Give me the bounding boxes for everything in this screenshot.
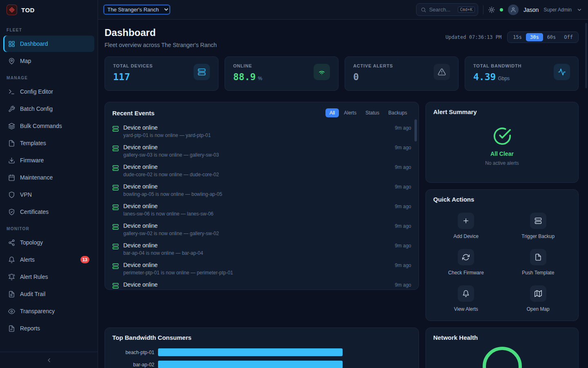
- chevron-down-icon[interactable]: [577, 7, 582, 13]
- event-row[interactable]: Device onlinegallery-sw-03 is now online…: [112, 141, 411, 161]
- event-row[interactable]: Device onlinebar-ap-04 is now online — b…: [112, 239, 411, 259]
- event-row[interactable]: Device onlinedude-core-02 is now online …: [112, 161, 411, 180]
- sidebar-item-dashboard[interactable]: Dashboard: [3, 36, 94, 52]
- event-row[interactable]: Device onlinelanes-sw-06 is now online —…: [112, 200, 411, 220]
- sun-icon[interactable]: [488, 7, 495, 13]
- sidebar-item-vpn[interactable]: VPN: [3, 186, 94, 203]
- stat-unit: Gbps: [498, 76, 510, 81]
- stat-label: ONLINE: [233, 63, 262, 68]
- sidebar-item-templates[interactable]: Templates: [3, 135, 94, 151]
- stat-label: ACTIVE ALERTS: [353, 63, 393, 68]
- site-selector[interactable]: The Stranger's Ranch: [104, 5, 170, 14]
- search-input[interactable]: Search... Cmd+K: [416, 3, 478, 16]
- event-time: 9m ago: [395, 242, 411, 249]
- bandwidth-row: bar-ap-02: [112, 361, 411, 368]
- user-name[interactable]: Jason: [523, 7, 539, 13]
- quick-action-label: View Alerts: [454, 306, 478, 312]
- push-template-button[interactable]: Push Template: [522, 249, 554, 276]
- add-device-button[interactable]: Add Device: [454, 213, 479, 239]
- sidebar-item-transparency[interactable]: Transparency: [3, 303, 94, 319]
- page-header: Dashboard Fleet overview across The Stra…: [105, 27, 579, 48]
- stat-label: TOTAL DEVICES: [113, 63, 153, 68]
- event-row[interactable]: Device online 9m ago: [112, 278, 411, 290]
- event-row[interactable]: Device onlinegallery-sw-02 is now online…: [112, 220, 411, 239]
- last-updated: Updated 07:36:13 PM: [445, 34, 501, 40]
- event-detail: gallery-sw-02 is now online — gallery-sw…: [123, 231, 219, 236]
- shield-icon: [8, 191, 15, 198]
- eye-icon: [8, 308, 15, 315]
- check-firmware-button[interactable]: Check Firmware: [448, 249, 484, 276]
- sidebar-collapse-button[interactable]: [0, 352, 98, 368]
- chevron-left-icon: [46, 357, 52, 364]
- sidebar-item-config-editor[interactable]: Config Editor: [3, 83, 94, 100]
- bell-icon: [458, 285, 474, 302]
- sidebar-item-audit-trail[interactable]: Audit Trail: [3, 286, 94, 302]
- sidebar-item-label: Alerts: [20, 256, 35, 263]
- sidebar-item-batch-config[interactable]: Batch Config: [3, 101, 94, 117]
- sidebar-item-label: Maintenance: [20, 174, 53, 181]
- event-detail: dude-core-02 is now online — dude-core-0…: [123, 172, 219, 177]
- sidebar-item-alert-rules[interactable]: Alert Rules: [3, 269, 94, 285]
- stat-card-active-alerts: ACTIVE ALERTS 0: [345, 56, 459, 91]
- alert-triangle-icon: [434, 64, 450, 80]
- event-title: Device online: [123, 203, 214, 210]
- tab-status[interactable]: Status: [361, 108, 383, 117]
- event-time: 9m ago: [395, 144, 411, 150]
- view-alerts-button[interactable]: View Alerts: [454, 285, 478, 312]
- refresh-option-60s[interactable]: 60s: [543, 33, 560, 41]
- refresh-option-30s[interactable]: 30s: [526, 33, 543, 41]
- search-icon: [421, 7, 426, 13]
- sidebar-item-bulk-commands[interactable]: Bulk Commands: [3, 118, 94, 134]
- open-map-button[interactable]: Open Map: [527, 285, 550, 312]
- tab-alerts[interactable]: Alerts: [340, 108, 361, 117]
- events-scrollbar[interactable]: [414, 119, 417, 141]
- event-title: Device online: [123, 183, 222, 190]
- trigger-backup-button[interactable]: Trigger Backup: [521, 213, 555, 239]
- event-row[interactable]: Device onlinebowling-ap-05 is now online…: [112, 180, 411, 200]
- alert-summary-card: Alert Summary All Clear No active alerts: [425, 102, 579, 183]
- page-scrollbar[interactable]: [585, 23, 587, 88]
- tab-backups[interactable]: Backups: [384, 108, 411, 117]
- stat-unit: %: [258, 76, 262, 81]
- network-health-gauge: [483, 347, 522, 368]
- topbar-divider: [483, 5, 483, 14]
- sidebar-item-certificates[interactable]: Certificates: [3, 204, 94, 220]
- top-bandwidth-card: Top Bandwidth Consumers beach-ptp-01 bar…: [105, 328, 419, 368]
- event-time: 9m ago: [395, 281, 411, 288]
- bandwidth-device-label: beach-ptp-01: [112, 350, 158, 355]
- event-time: 9m ago: [395, 203, 411, 209]
- bandwidth-bar: [158, 348, 343, 356]
- map-pin-icon: [8, 58, 15, 65]
- sidebar-item-map[interactable]: Map: [3, 53, 94, 69]
- sidebar-item-topology[interactable]: Topology: [3, 234, 94, 251]
- sidebar-item-alerts[interactable]: Alerts 13: [3, 251, 94, 268]
- event-detail: bar-ap-04 is now online — bar-ap-04: [123, 250, 203, 256]
- event-row[interactable]: Device onlineperimeter-ptp-01 is now onl…: [112, 259, 411, 278]
- sidebar-item-label: Certificates: [20, 209, 49, 215]
- sidebar-item-reports[interactable]: Reports: [3, 320, 94, 337]
- refresh-option-off[interactable]: Off: [560, 33, 577, 41]
- download-icon: [8, 157, 15, 164]
- sidebar-item-firmware[interactable]: Firmware: [3, 152, 94, 168]
- network-health-title: Network Health: [433, 334, 478, 341]
- event-detail: perimeter-ptp-01 is now online — perimet…: [123, 270, 233, 276]
- sidebar-item-label: Config Editor: [20, 88, 53, 95]
- sidebar-item-label: Templates: [20, 140, 46, 146]
- tab-all[interactable]: All: [325, 108, 339, 117]
- event-detail: yard-ptp-01 is now online — yard-ptp-01: [123, 132, 211, 138]
- refresh-option-15s[interactable]: 15s: [509, 33, 526, 41]
- event-title: Device online: [123, 144, 219, 151]
- recent-events-card: Recent Events All Alerts Status Backups …: [105, 102, 419, 290]
- topbar: The Stranger's Ranch Search... Cmd+K Jas…: [98, 0, 588, 20]
- event-row[interactable]: Device onlineyard-ptp-01 is now online —…: [112, 121, 411, 141]
- quick-actions-title: Quick Actions: [433, 196, 474, 203]
- stat-value: 0: [353, 72, 359, 82]
- stat-value: 88.9: [233, 72, 256, 82]
- event-time: 9m ago: [395, 124, 411, 131]
- map-icon: [530, 285, 546, 302]
- sidebar-item-maintenance[interactable]: Maintenance: [3, 169, 94, 186]
- sidebar: TOD FLEET Dashboard Map MANAGE Config Ed…: [0, 0, 98, 368]
- bandwidth-device-label: bar-ap-02: [112, 362, 158, 368]
- avatar[interactable]: [508, 4, 519, 15]
- quick-action-label: Push Template: [522, 270, 554, 276]
